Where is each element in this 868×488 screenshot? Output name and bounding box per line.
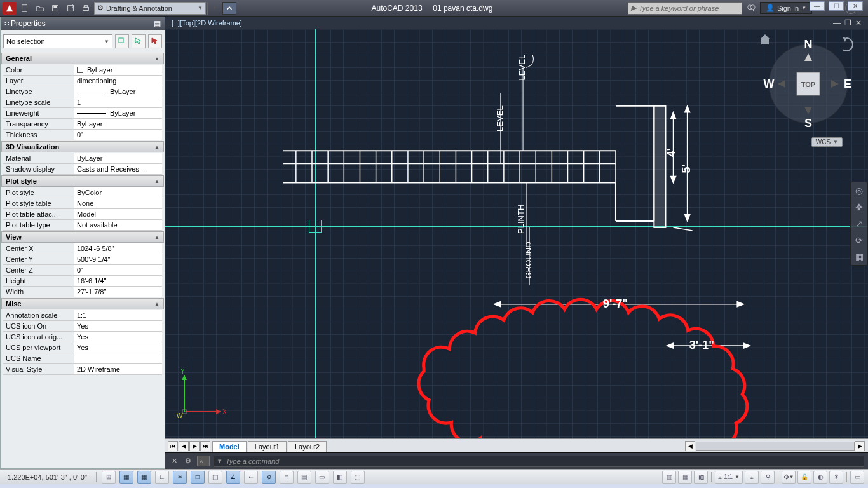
quickview-layouts-button[interactable]: ▦ xyxy=(678,471,692,484)
annovis-toggle[interactable]: ⟁ xyxy=(745,471,759,484)
coordinate-readout[interactable]: 1.220E+04, 501'-3" , 0'-0" xyxy=(4,473,91,481)
prop-ucspervp[interactable]: UCS per viewportYes xyxy=(3,342,162,353)
app-menu-button[interactable] xyxy=(3,2,17,15)
prop-thickness[interactable]: Thickness0" xyxy=(3,130,162,140)
prop-plottableattached[interactable]: Plot table attac...Model xyxy=(3,209,162,220)
viewcube[interactable]: N S W E TOP xyxy=(757,33,859,135)
am-toggle[interactable]: ⬚ xyxy=(351,471,365,484)
section-misc[interactable]: Misc▲ xyxy=(1,298,164,309)
prop-centerx[interactable]: Center X1024'-6 5/8" xyxy=(3,243,162,254)
ribbon-toggle-button[interactable] xyxy=(222,2,236,15)
toggle-pickadd-button[interactable]: + xyxy=(115,34,129,48)
prop-material[interactable]: MaterialByLayer xyxy=(3,153,162,164)
viewport-close-icon[interactable]: ✕ xyxy=(855,18,862,27)
plot-icon[interactable] xyxy=(79,2,93,15)
annoauto-toggle[interactable]: ⚲ xyxy=(761,471,775,484)
panel-menu-icon[interactable]: ▤ xyxy=(154,19,161,28)
prop-plotstyletable[interactable]: Plot style tableNone xyxy=(3,198,162,209)
prop-centery[interactable]: Center Y500'-9 1/4" xyxy=(3,254,162,265)
infer-constraints-toggle[interactable]: ⊞ xyxy=(102,471,116,484)
os-minimize-button[interactable]: — xyxy=(810,1,825,11)
selection-dropdown[interactable]: No selection ▼ xyxy=(3,34,112,48)
quickview-drawings-button[interactable]: ▩ xyxy=(694,471,708,484)
command-input[interactable]: ▾ Type a command xyxy=(214,456,864,467)
cmdline-customize-icon[interactable]: ⚙ xyxy=(183,457,193,465)
prop-linetype[interactable]: LinetypeByLayer xyxy=(3,86,162,97)
polar-toggle[interactable]: ✶ xyxy=(173,471,187,484)
zoom-extents-icon[interactable]: ⤢ xyxy=(853,218,865,229)
steering-wheel-icon[interactable]: ◎ xyxy=(853,185,865,196)
properties-title-bar[interactable]: ∷ Properties ▤ xyxy=(1,17,165,30)
tab-next-button[interactable]: ▶ xyxy=(189,441,200,451)
section-3dvis[interactable]: 3D Visualization▲ xyxy=(1,141,164,152)
tab-layout1[interactable]: Layout1 xyxy=(248,441,287,452)
pan-icon[interactable]: ✥ xyxy=(853,201,865,213)
prop-transparency[interactable]: TransparencyByLayer xyxy=(3,119,162,130)
cmdline-close-icon[interactable]: ✕ xyxy=(169,457,179,465)
help-search-input[interactable]: ▶ Type a keyword or phrase xyxy=(628,2,742,15)
prop-shadow[interactable]: Shadow displayCasts and Receives ... xyxy=(3,164,162,175)
viewport-header[interactable]: [‒][Top][2D Wireframe] — ❐ ✕ xyxy=(165,17,868,29)
open-icon[interactable] xyxy=(33,2,47,15)
dyn-toggle[interactable]: ⊕ xyxy=(262,471,276,484)
section-view[interactable]: View▲ xyxy=(1,231,164,243)
viewport-minimize-icon[interactable]: — xyxy=(833,18,841,27)
3dosnap-toggle[interactable]: ◫ xyxy=(208,471,222,484)
tab-prev-button[interactable]: ◀ xyxy=(179,441,189,451)
quick-select-button[interactable] xyxy=(148,34,162,48)
search-icon[interactable] xyxy=(745,2,757,15)
grid-toggle[interactable]: ▦ xyxy=(137,471,151,484)
snap-toggle[interactable]: ▦ xyxy=(119,471,133,484)
workspace-dropdown[interactable]: ⚙ Drafting & Annotation ▼ xyxy=(94,2,206,15)
showmotion-icon[interactable]: ▦ xyxy=(853,251,865,262)
save-icon[interactable] xyxy=(48,2,62,15)
select-objects-button[interactable] xyxy=(132,34,146,48)
prop-ucsiconorig[interactable]: UCS icon at orig...Yes xyxy=(3,332,162,342)
hscroll-right-button[interactable]: ▶ xyxy=(855,441,865,451)
prop-ucsiconon[interactable]: UCS icon OnYes xyxy=(3,321,162,332)
os-close-button[interactable]: ✕ xyxy=(848,1,863,11)
isolate-button[interactable]: ☀ xyxy=(829,471,843,484)
sc-toggle[interactable]: ◧ xyxy=(333,471,347,484)
tab-model[interactable]: Model xyxy=(212,441,247,452)
hscroll-left-button[interactable]: ◀ xyxy=(685,441,695,451)
section-general[interactable]: General▲ xyxy=(1,53,164,64)
prop-visualstyle[interactable]: Visual Style2D Wireframe xyxy=(3,364,162,375)
model-button[interactable]: ▥ xyxy=(662,471,676,484)
orbit-icon[interactable]: ⟳ xyxy=(853,234,865,246)
prop-color[interactable]: ColorByLayer xyxy=(3,65,162,76)
prop-plotstyle[interactable]: Plot styleByColor xyxy=(3,187,162,198)
tab-layout2[interactable]: Layout2 xyxy=(288,441,327,452)
new-icon[interactable] xyxy=(18,2,32,15)
tab-last-button[interactable]: ⏭ xyxy=(200,441,210,451)
section-plot[interactable]: Plot style▲ xyxy=(1,175,164,187)
viewport-restore-icon[interactable]: ❐ xyxy=(844,18,851,27)
lwt-toggle[interactable]: ≡ xyxy=(280,471,294,484)
prop-lineweight[interactable]: LineweightByLayer xyxy=(3,108,162,119)
tpy-toggle[interactable]: ▤ xyxy=(297,471,311,484)
prop-ucsname[interactable]: UCS Name xyxy=(3,353,162,364)
osnap-toggle[interactable]: □ xyxy=(191,471,205,484)
hscrollbar[interactable] xyxy=(696,442,855,451)
ducs-toggle[interactable]: ⌙ xyxy=(244,471,258,484)
prop-height[interactable]: Height16'-6 1/4" xyxy=(3,276,162,287)
grip-icon[interactable]: ∷ xyxy=(4,19,8,28)
prop-plottabletype[interactable]: Plot table typeNot available xyxy=(3,220,162,231)
model-viewport[interactable]: LEVEL LEVEL PLINTH GROUND 9'-7" 3'-1" 4'… xyxy=(165,29,868,438)
qp-toggle[interactable]: ▭ xyxy=(315,471,329,484)
ortho-toggle[interactable]: ∟ xyxy=(155,471,169,484)
tab-first-button[interactable]: ⏮ xyxy=(168,441,178,451)
prop-layer[interactable]: Layerdimentioning xyxy=(3,76,162,86)
clean-screen-button[interactable]: ▭ xyxy=(850,471,864,484)
prop-ltscale[interactable]: Linetype scale1 xyxy=(3,97,162,108)
otrack-toggle[interactable]: ∠ xyxy=(226,471,240,484)
wcs-dropdown[interactable]: WCS▼ xyxy=(811,137,843,147)
qat-more-button[interactable]: ▼ xyxy=(207,2,221,15)
prop-annoscale[interactable]: Annotation scale1:1 xyxy=(3,310,162,321)
workspace-switch-button[interactable]: ⚙▼ xyxy=(782,471,796,484)
os-maximize-button[interactable]: ☐ xyxy=(829,1,844,11)
toolbar-lock-button[interactable]: 🔒 xyxy=(797,471,811,484)
saveas-icon[interactable] xyxy=(64,2,78,15)
hardware-accel-button[interactable]: ◐ xyxy=(813,471,827,484)
annoscale-button[interactable]: ⟁1:1▼ xyxy=(715,471,743,484)
